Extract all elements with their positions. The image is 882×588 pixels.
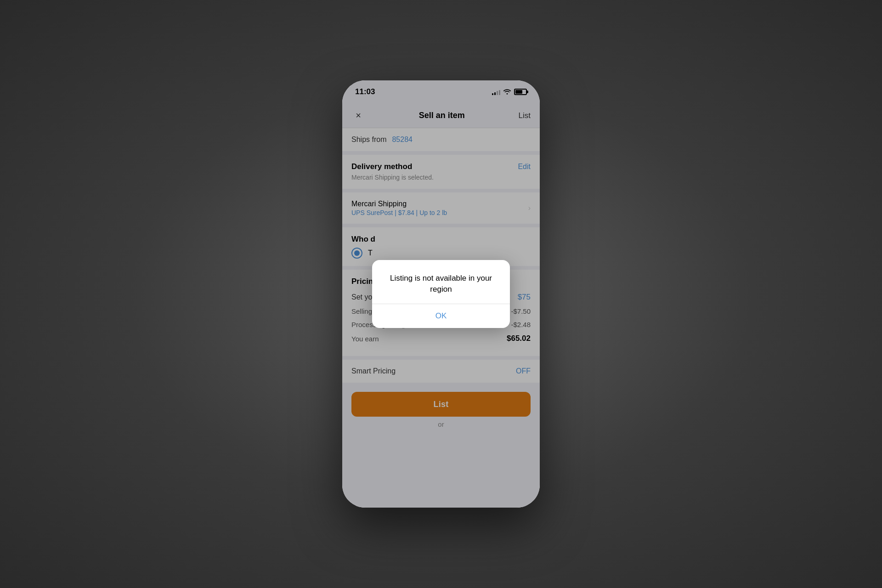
dialog-overlay[interactable]: Listing is not available in your region …: [342, 80, 540, 508]
phone-screen: 11:03 × Sell an item: [342, 80, 540, 508]
dialog-ok-button[interactable]: OK: [372, 304, 510, 328]
alert-dialog: Listing is not available in your region …: [372, 260, 510, 328]
dialog-message: Listing is not available in your region: [383, 273, 499, 295]
